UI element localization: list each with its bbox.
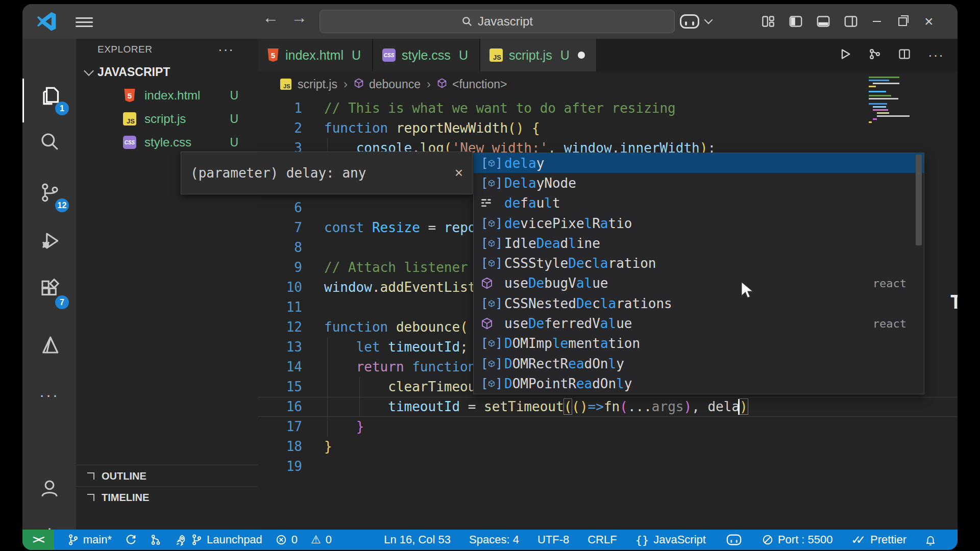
more-actions-icon[interactable]: ···	[928, 47, 944, 63]
symbol-module-icon	[481, 317, 504, 330]
breadcrumb: JSscript.js›debounce›<function>	[258, 71, 958, 97]
suggest-item-devicePixelRatio[interactable]: []devicePixelRatio	[474, 213, 924, 233]
suggest-item-IdleDeadline[interactable]: []IdleDeadline	[474, 233, 924, 253]
status-indentation[interactable]: Spaces: 4	[469, 530, 519, 550]
code-line-18[interactable]: 18}	[258, 437, 958, 457]
breadcrumb-item[interactable]: debounce	[354, 78, 421, 91]
copilot-menu[interactable]	[680, 14, 712, 29]
activity-extensions[interactable]: 7	[22, 271, 76, 309]
js-file-icon: JS	[123, 112, 136, 126]
code-line-19[interactable]: 19	[258, 457, 958, 477]
suggest-label: default	[504, 195, 560, 211]
toggle-panel-icon[interactable]	[817, 15, 830, 28]
scrollbar-thumb[interactable]	[916, 155, 922, 245]
line-text: window.addEventList	[324, 278, 476, 297]
git-status-badge: U	[230, 136, 238, 149]
status-eol[interactable]: CRLF	[587, 530, 617, 550]
suggest-item-DelayNode[interactable]: []DelayNode	[474, 173, 924, 193]
status-remote[interactable]: ><	[22, 530, 54, 550]
tab-script.js[interactable]: JSscript.jsU	[480, 39, 597, 71]
intellisense-suggest-widget: []delay[]DelayNodedefault[]devicePixelRa…	[473, 153, 924, 394]
symbol-cube-icon	[354, 78, 364, 91]
status-copilot-status[interactable]	[724, 530, 744, 550]
status-language-mode[interactable]: {}JavaScript	[635, 530, 706, 550]
suggest-item-DOMRectReadOnly[interactable]: []DOMRectReadOnly	[474, 354, 924, 373]
split-editor-icon[interactable]	[898, 48, 911, 62]
code-line-16[interactable]: 16 timeoutId = setTimeout(()=>fn(...args…	[258, 397, 958, 417]
menu-icon[interactable]	[76, 15, 93, 28]
activity-bar: 1127···1	[22, 39, 76, 530]
status-label: Prettier	[870, 533, 906, 546]
suggest-item-DOMImplementation[interactable]: []DOMImplementation	[474, 334, 924, 354]
file-item-index.html[interactable]: 5index.htmlU	[76, 84, 258, 107]
suggest-label: CSSStyleDeclaration	[504, 256, 656, 271]
forward-button[interactable]: →	[290, 8, 308, 27]
code-line-1[interactable]: 1// This is what we want to do after res…	[258, 98, 958, 118]
status-notifications[interactable]	[925, 530, 936, 550]
activity-run-debug[interactable]	[22, 223, 76, 261]
suggest-item-CSSNestedDeclarations[interactable]: []CSSNestedDeclarations	[474, 293, 924, 313]
code-line-17[interactable]: 17 }	[258, 417, 958, 437]
parameter-hint-text: (parameter) delay: any	[190, 165, 366, 181]
tab-label: script.js	[509, 48, 552, 63]
timeline-section[interactable]: TIMELINE	[76, 486, 258, 508]
breadcrumb-item[interactable]: <function>	[437, 78, 507, 91]
suggest-item-default[interactable]: default	[474, 193, 924, 213]
status-git-graph[interactable]	[150, 530, 161, 550]
rocket-icon	[175, 534, 186, 546]
activity-search[interactable]	[22, 123, 76, 161]
close-icon[interactable]: ×	[455, 165, 463, 181]
suggest-item-useDebugValue[interactable]: useDebugValuereact	[474, 273, 924, 293]
tab-style.css[interactable]: CSSstyle.cssU	[373, 39, 480, 71]
status-port[interactable]: Port : 5500	[762, 530, 833, 550]
line-number: 1	[258, 98, 324, 118]
status-launchpad[interactable]: Launchpad	[175, 530, 262, 550]
suggest-item-delay[interactable]: []delay	[474, 153, 924, 173]
toggle-primary-sidebar-icon[interactable]	[789, 15, 802, 28]
tab-index.html[interactable]: 5index.htmlU	[258, 39, 373, 71]
compare-changes-icon[interactable]	[869, 48, 881, 62]
outline-section[interactable]: OUTLINE	[76, 465, 258, 487]
status-warnings[interactable]: ⚠0	[311, 530, 332, 550]
file-item-script.js[interactable]: JSscript.jsU	[76, 107, 258, 131]
toggle-secondary-sidebar-icon[interactable]	[844, 15, 857, 28]
activity-accounts[interactable]	[22, 470, 76, 508]
status-git-branch[interactable]: main*	[67, 530, 112, 550]
status-errors[interactable]: 0	[276, 530, 298, 550]
run-code-icon[interactable]	[839, 48, 851, 62]
git-status-badge: U	[560, 48, 570, 63]
status-cursor-position[interactable]: Ln 16, Col 53	[384, 530, 451, 550]
code-line-2[interactable]: 2function reportNewWidth() {	[258, 118, 958, 138]
status-sync[interactable]	[125, 530, 137, 550]
minimap[interactable]	[868, 76, 921, 129]
more-actions-icon[interactable]: ···	[218, 42, 234, 58]
line-number: 16	[258, 397, 324, 417]
suggest-detail: react	[873, 317, 906, 330]
suggest-item-CSSStyleDeclaration[interactable]: []CSSStyleDeclaration	[474, 253, 924, 273]
workspace-folder[interactable]: JAVASCRIPT	[76, 60, 258, 84]
suggest-item-DOMPointReadOnly[interactable]: []DOMPointReadOnly	[474, 373, 924, 393]
command-center-search[interactable]: Javascript	[320, 10, 675, 33]
status-prettier[interactable]: ✓✓Prettier	[851, 530, 906, 550]
chevron-down-icon	[84, 66, 94, 76]
minimize-button[interactable]	[873, 21, 881, 22]
status-encoding[interactable]: UTF-8	[537, 530, 569, 550]
activity-more[interactable]: ···	[22, 376, 76, 414]
suggest-label: DOMRectReadOnly	[504, 356, 624, 371]
status-label: 0	[326, 533, 332, 546]
suggest-item-useDeferredValue[interactable]: useDeferredValuereact	[474, 313, 924, 333]
breadcrumb-item[interactable]: JSscript.js	[279, 78, 337, 91]
close-button[interactable]: ×	[924, 16, 934, 27]
activity-explorer[interactable]: 1	[22, 78, 76, 115]
customize-layout-icon[interactable]	[762, 15, 775, 28]
line-text: let timeoutId;	[324, 337, 468, 357]
parameter-hint-popup: (parameter) delay: any ×	[181, 152, 473, 194]
back-button[interactable]: ←	[261, 8, 280, 27]
suggest-label: DOMPointReadOnly	[504, 376, 632, 391]
file-item-style.css[interactable]: CSSstyle.cssU	[76, 131, 258, 154]
line-number: 13	[258, 337, 324, 357]
restore-button[interactable]	[898, 17, 907, 26]
activity-source-control[interactable]: 12	[22, 174, 76, 212]
symbol-variable-icon: []	[481, 357, 504, 371]
activity-prism[interactable]	[22, 328, 76, 365]
